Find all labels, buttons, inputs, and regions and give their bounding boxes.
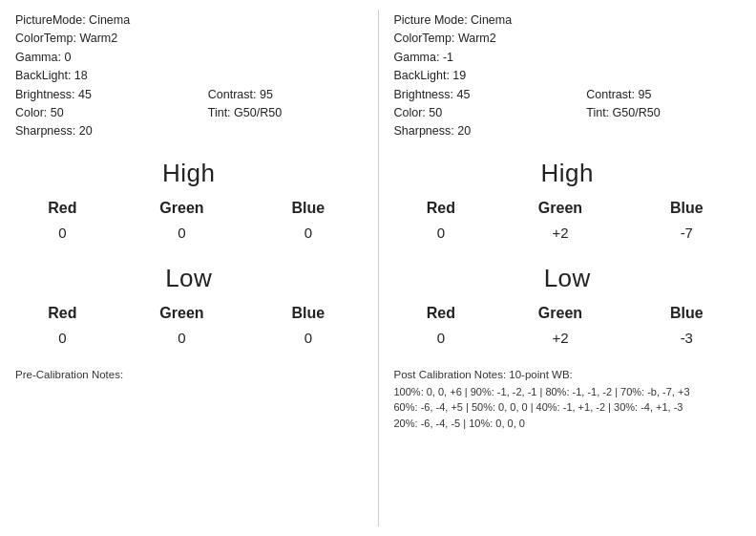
- right-high-red-val: 0: [394, 221, 489, 247]
- left-low-red-val: 0: [15, 326, 110, 352]
- right-settings: Picture Mode: Cinema ColorTemp: Warm2 Ga…: [394, 11, 742, 141]
- right-contrast: Contrast: 95: [586, 86, 741, 104]
- left-low-red-header: Red: [15, 301, 110, 326]
- right-high-blue-val: -7: [633, 221, 741, 247]
- right-panel: Picture Mode: Cinema ColorTemp: Warm2 Ga…: [379, 0, 757, 536]
- left-high-label: High: [15, 159, 363, 188]
- left-sharpness: Sharpness: 20: [15, 122, 170, 140]
- right-notes-content: 100%: 0, 0, +6 | 90%: -1, -2, -1 | 80%: …: [394, 384, 742, 432]
- left-high-blue-val: 0: [254, 221, 362, 247]
- right-picture-mode: Picture Mode: Cinema: [394, 11, 742, 30]
- right-low-blue-val: -3: [633, 326, 741, 352]
- left-low-label: Low: [15, 264, 363, 293]
- right-low-label: Low: [394, 264, 742, 293]
- left-low-blue-header: Blue: [254, 301, 362, 326]
- left-high-red-header: Red: [15, 196, 110, 221]
- page: PictureMode: Cinema ColorTemp: Warm2 Gam…: [0, 0, 756, 536]
- right-sharpness: Sharpness: 20: [394, 122, 549, 140]
- left-color: Color: 50: [15, 104, 170, 122]
- right-low-red-header: Red: [394, 301, 489, 326]
- right-high-label: High: [394, 159, 742, 188]
- left-high-blue-header: Blue: [254, 196, 362, 221]
- right-low-green-header: Green: [488, 301, 632, 326]
- left-low-blue-val: 0: [254, 326, 362, 352]
- left-low-green-header: Green: [110, 301, 254, 326]
- right-high-blue-header: Blue: [633, 196, 741, 221]
- left-picture-mode: PictureMode: Cinema: [15, 11, 363, 30]
- left-low-table: Red Green Blue 0 0 0: [15, 301, 363, 352]
- right-high-table: Red Green Blue 0 +2 -7: [394, 196, 742, 247]
- right-gamma: Gamma: -1: [394, 49, 742, 67]
- right-high-green-val: +2: [488, 221, 632, 247]
- right-low-green-val: +2: [488, 326, 632, 352]
- right-color: Color: 50: [394, 104, 549, 122]
- left-gamma: Gamma: 0: [15, 49, 363, 67]
- left-high-green-header: Green: [110, 196, 254, 221]
- left-color-temp: ColorTemp: Warm2: [15, 30, 363, 48]
- right-low-blue-header: Blue: [633, 301, 741, 326]
- left-backlight: BackLight: 18: [15, 67, 363, 85]
- left-panel: PictureMode: Cinema ColorTemp: Warm2 Gam…: [0, 0, 378, 536]
- left-brightness: Brightness: 45: [15, 86, 170, 104]
- left-high-table: Red Green Blue 0 0 0: [15, 196, 363, 247]
- right-notes-label: Post Calibration Notes: 10-point WB:: [394, 369, 742, 380]
- right-low-table: Red Green Blue 0 +2 -3: [394, 301, 742, 352]
- right-color-temp: ColorTemp: Warm2: [394, 30, 742, 48]
- left-tint: Tint: G50/R50: [208, 104, 363, 122]
- right-tint: Tint: G50/R50: [586, 104, 741, 122]
- left-high-green-val: 0: [110, 221, 254, 247]
- right-backlight: BackLight: 19: [394, 67, 742, 85]
- right-brightness: Brightness: 45: [394, 86, 549, 104]
- left-low-green-val: 0: [110, 326, 254, 352]
- left-notes-label: Pre-Calibration Notes:: [15, 369, 363, 380]
- left-settings: PictureMode: Cinema ColorTemp: Warm2 Gam…: [15, 11, 363, 141]
- right-high-green-header: Green: [488, 196, 632, 221]
- left-high-red-val: 0: [15, 221, 110, 247]
- right-high-red-header: Red: [394, 196, 489, 221]
- right-low-red-val: 0: [394, 326, 489, 352]
- left-contrast: Contrast: 95: [208, 86, 363, 104]
